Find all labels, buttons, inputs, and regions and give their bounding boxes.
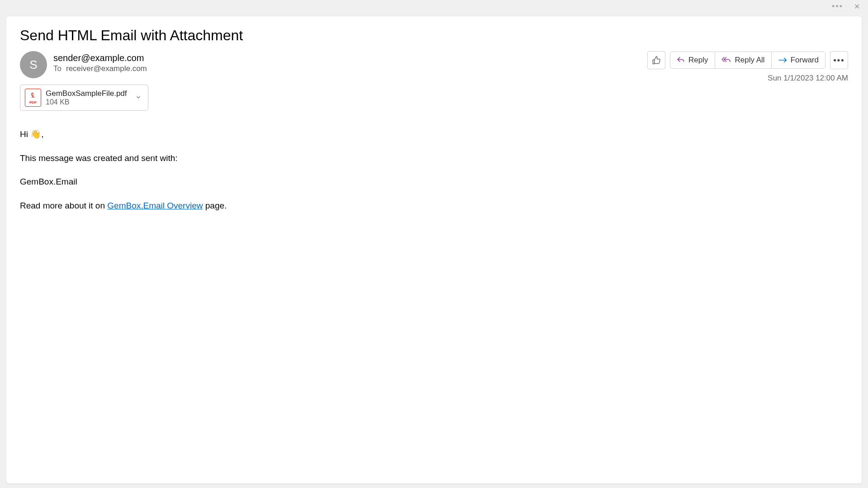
- more-actions-button[interactable]: •••: [830, 51, 848, 69]
- attachment-name: GemBoxSampleFile.pdf: [46, 89, 127, 98]
- overview-link[interactable]: GemBox.Email Overview: [107, 201, 203, 210]
- pdf-type-label: PDF: [29, 100, 37, 104]
- reply-button[interactable]: Reply: [670, 52, 715, 68]
- pdf-icon: PDF: [25, 89, 41, 107]
- forward-button[interactable]: Forward: [772, 52, 825, 68]
- actions-section: Reply Reply All Forward: [647, 51, 848, 83]
- body-greeting: Hi 👋,: [20, 128, 848, 141]
- sender-email[interactable]: sender@example.com: [53, 53, 147, 63]
- forward-icon: [778, 57, 787, 63]
- pdf-swirl-icon: [29, 92, 37, 99]
- reply-label: Reply: [688, 56, 708, 65]
- timestamp: Sun 1/1/2023 12:00 AM: [768, 74, 848, 83]
- reply-all-icon: [721, 56, 731, 64]
- attachment-row: PDF GemBoxSampleFile.pdf 104 KB: [6, 83, 862, 119]
- sender-info: sender@example.com To receiver@example.c…: [53, 51, 147, 73]
- window-more-icon[interactable]: •••: [828, 2, 847, 11]
- header-row: S sender@example.com To receiver@example…: [20, 51, 848, 83]
- thumbs-up-icon: [652, 56, 661, 65]
- like-button[interactable]: [647, 51, 665, 69]
- recipient-email[interactable]: receiver@example.com: [66, 64, 147, 73]
- avatar[interactable]: S: [20, 51, 47, 78]
- reply-all-label: Reply All: [735, 56, 765, 65]
- attachment-size: 104 KB: [46, 98, 127, 106]
- forward-label: Forward: [791, 56, 819, 65]
- recipient-line: To receiver@example.com: [53, 64, 147, 73]
- message-header: Send HTML Email with Attachment S sender…: [6, 16, 862, 83]
- reply-icon: [677, 56, 685, 64]
- action-buttons: Reply Reply All Forward: [647, 51, 848, 69]
- reply-button-group: Reply Reply All Forward: [670, 52, 825, 69]
- close-icon[interactable]: ✕: [849, 2, 864, 11]
- email-subject: Send HTML Email with Attachment: [20, 27, 848, 44]
- body-line2: This message was created and sent with:: [20, 152, 848, 165]
- chevron-down-icon[interactable]: [135, 94, 142, 102]
- body-line4: Read more about it on GemBox.Email Overv…: [20, 199, 848, 213]
- more-icon: •••: [834, 56, 845, 65]
- body-line3: GemBox.Email: [20, 175, 848, 189]
- attachment-info: GemBoxSampleFile.pdf 104 KB: [46, 89, 127, 106]
- sender-section: S sender@example.com To receiver@example…: [20, 51, 147, 78]
- message-body: Hi 👋, This message was created and sent …: [6, 119, 862, 483]
- title-bar: ••• ✕: [0, 0, 868, 13]
- reply-all-button[interactable]: Reply All: [715, 52, 772, 68]
- attachment[interactable]: PDF GemBoxSampleFile.pdf 104 KB: [20, 85, 148, 111]
- message-container: Send HTML Email with Attachment S sender…: [6, 16, 862, 483]
- recipient-label: To: [53, 64, 62, 73]
